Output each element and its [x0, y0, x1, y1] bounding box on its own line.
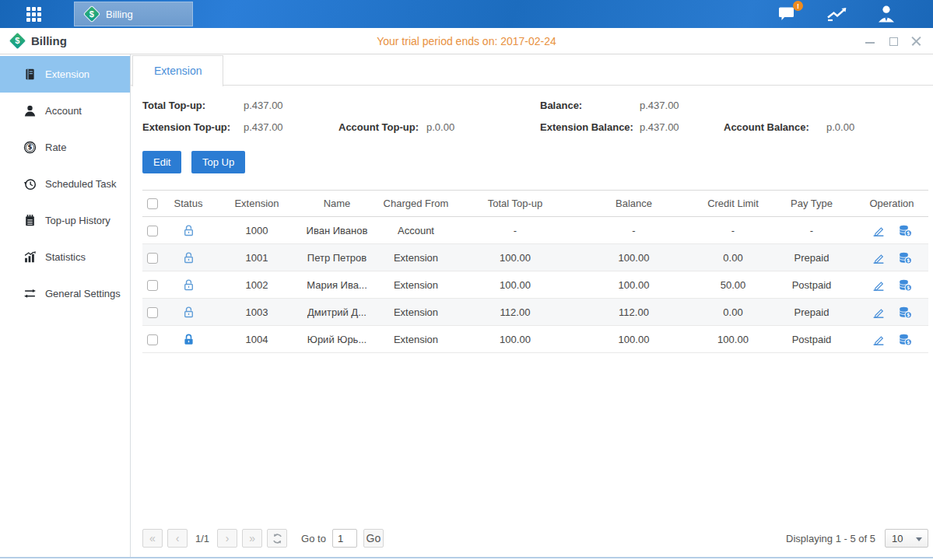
sidebar-item-statistics[interactable]: Statistics — [0, 239, 130, 275]
sidebar-item-scheduled-task[interactable]: Scheduled Task — [0, 166, 130, 202]
operation-cell — [855, 326, 928, 353]
go-button[interactable]: Go — [363, 529, 384, 548]
sidebar-item-label: Account — [45, 105, 82, 117]
table-row: 1001 Петр Петров Extension 100.00 100.00… — [142, 244, 928, 271]
sidebar-item-account[interactable]: Account — [0, 93, 130, 129]
operation-cell — [855, 217, 928, 244]
operation-cell — [855, 299, 928, 326]
unlocked-icon[interactable] — [182, 251, 195, 264]
row-checkbox[interactable] — [147, 253, 158, 264]
select-all-checkbox[interactable] — [147, 198, 158, 209]
credit-limit-cell: 0.00 — [698, 244, 768, 271]
page-size-select[interactable]: 10 — [885, 529, 928, 548]
row-checkbox[interactable] — [147, 226, 158, 236]
balance-cell: - — [570, 217, 698, 244]
row-checkbox[interactable] — [147, 334, 158, 345]
extension-cell: 1004 — [211, 326, 303, 353]
row-checkbox[interactable] — [147, 307, 158, 318]
locked-icon[interactable] — [182, 333, 195, 346]
balance-cell: 100.00 — [570, 244, 698, 271]
header-name: Name — [303, 191, 371, 217]
edit-icon[interactable] — [872, 278, 886, 292]
table-row: 1004 Юрий Юрь... Extension 100.00 100.00… — [142, 326, 928, 353]
balance-value: p.437.00 — [640, 100, 679, 111]
action-buttons: Edit Top Up — [142, 151, 928, 173]
charged-from-cell: Extension — [371, 244, 461, 271]
balance-cell: 112.00 — [570, 299, 698, 326]
bar-chart-icon — [23, 250, 37, 264]
messages-icon[interactable]: ! — [776, 4, 798, 24]
status-cell — [166, 244, 211, 271]
user-account-icon[interactable] — [875, 4, 897, 24]
statistics-chart-icon[interactable] — [826, 4, 847, 24]
header-balance: Balance — [570, 191, 698, 217]
top-up-icon[interactable] — [898, 333, 912, 346]
sidebar-item-topup-history[interactable]: Top-up History — [0, 202, 130, 239]
row-checkbox-cell — [142, 326, 166, 353]
top-up-icon[interactable] — [898, 251, 912, 264]
last-page-button[interactable]: » — [242, 529, 262, 548]
topbar-icons: ! — [776, 4, 933, 24]
top-up-icon[interactable] — [898, 278, 912, 292]
table-row: 1003 Дмитрий Д... Extension 112.00 112.0… — [142, 299, 928, 326]
edit-icon[interactable] — [872, 251, 886, 264]
extension-topup-value: p.437.00 — [244, 121, 338, 133]
edit-icon[interactable] — [872, 333, 886, 346]
extension-cell: 1001 — [211, 244, 303, 271]
edit-button[interactable]: Edit — [142, 151, 181, 173]
tab-extension[interactable]: Extension — [132, 55, 223, 86]
sidebar: Extension Account $ Rate Scheduled Task — [0, 54, 131, 557]
top-up-icon[interactable] — [898, 224, 912, 237]
taskbar-tab-billing[interactable]: $ Billing — [74, 2, 193, 26]
first-page-button[interactable]: « — [142, 529, 163, 548]
unlocked-icon[interactable] — [182, 224, 195, 237]
notification-badge: ! — [793, 1, 803, 11]
account-topup-value: p.0.00 — [426, 121, 454, 133]
minimize-icon[interactable] — [865, 36, 875, 47]
total-topup-cell: 112.00 — [461, 299, 570, 326]
window-title: $ Billing — [11, 34, 67, 47]
total-topup-cell: 100.00 — [461, 271, 570, 299]
status-cell — [166, 326, 211, 353]
close-icon[interactable] — [911, 36, 922, 47]
name-cell: Дмитрий Д... — [303, 299, 371, 326]
sidebar-item-extension[interactable]: Extension — [0, 56, 130, 93]
row-checkbox[interactable] — [147, 280, 158, 291]
unlocked-icon[interactable] — [182, 306, 195, 319]
table-header-row: Status Extension Name Charged From Total… — [142, 191, 928, 217]
pay-type-cell: Postpaid — [768, 271, 855, 299]
total-topup-cell: 100.00 — [461, 244, 570, 271]
prev-page-button[interactable]: ‹ — [167, 529, 188, 548]
app-launcher-icon[interactable] — [26, 7, 41, 22]
person-icon — [23, 104, 37, 117]
sidebar-item-general-settings[interactable]: General Settings — [0, 275, 130, 312]
goto-page-input[interactable] — [332, 529, 357, 548]
credit-limit-cell: 0.00 — [698, 299, 768, 326]
content-area: Total Top-up: p.437.00 Balance: p.437.00… — [131, 86, 933, 353]
refresh-button[interactable] — [267, 529, 287, 548]
row-checkbox-cell — [142, 244, 166, 271]
tab-bar: Extension — [131, 54, 933, 86]
goto-label: Go to — [301, 533, 326, 544]
header-total-topup: Total Top-up — [461, 191, 570, 217]
sidebar-item-label: Statistics — [45, 251, 86, 263]
next-page-button[interactable]: › — [217, 529, 237, 548]
top-up-icon[interactable] — [898, 306, 912, 319]
operation-cell — [855, 271, 928, 299]
billing-app-icon: $ — [83, 5, 101, 23]
pagination-bar: « ‹ 1/1 › » Go to Go Displaying 1 - 5 of… — [142, 529, 928, 548]
top-up-button[interactable]: Top Up — [191, 151, 245, 173]
billing-window-icon: $ — [8, 31, 26, 50]
maximize-icon[interactable] — [888, 36, 899, 47]
account-balance-label: Account Balance: — [724, 121, 826, 133]
header-operation: Operation — [855, 191, 928, 217]
edit-icon[interactable] — [872, 224, 886, 237]
sidebar-item-rate[interactable]: $ Rate — [0, 129, 130, 166]
charged-from-cell: Extension — [371, 299, 461, 326]
transfer-arrows-icon — [23, 287, 37, 300]
edit-icon[interactable] — [872, 306, 886, 319]
credit-limit-cell: - — [698, 217, 768, 244]
balance-cell: 100.00 — [570, 271, 698, 299]
unlocked-icon[interactable] — [182, 278, 195, 292]
pay-type-cell: Prepaid — [768, 244, 855, 271]
